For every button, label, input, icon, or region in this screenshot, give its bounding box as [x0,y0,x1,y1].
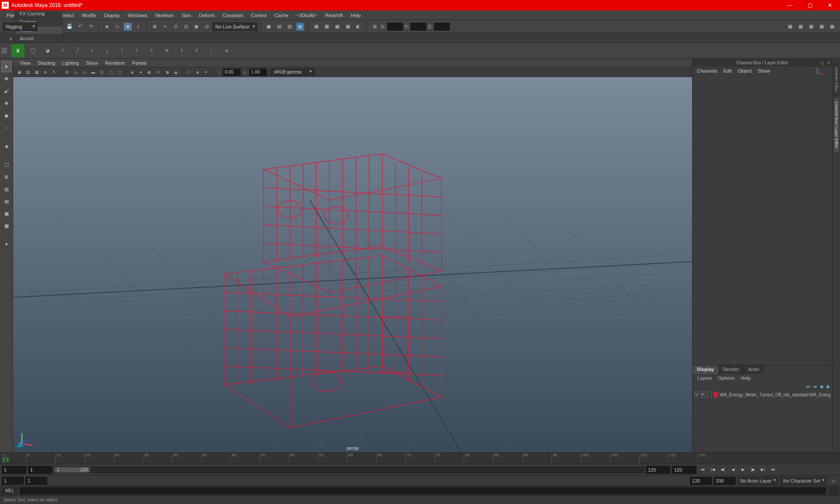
save-scene-icon[interactable]: 💾 [66,23,74,31]
pt-exposure-icon[interactable]: ☼ [215,69,222,76]
pt-textured-icon[interactable]: ◐ [146,69,153,76]
character-set-dropdown[interactable]: No Character Set▼ [780,477,827,485]
layout-single-icon[interactable]: ▢ [1,159,12,170]
end-frame-field[interactable] [690,477,712,485]
side-tab-attribute-editor[interactable]: Attribute Editor [834,63,839,96]
attribute-editor-toggle-icon[interactable]: ▦ [807,23,815,31]
xgen-tool-f-icon[interactable]: ≋ [160,44,173,57]
panel-menu-renderer[interactable]: Renderer [102,60,129,66]
snap-view-icon[interactable]: ◉ [192,23,200,31]
module-selector[interactable]: Rigging▼ [3,22,38,31]
layer-tab-render[interactable]: Render [719,365,744,374]
shelf-menu-icon[interactable]: ◂ [8,35,13,42]
menu-windows[interactable]: Windows [124,12,151,19]
pt-wireframe-icon[interactable]: ◈ [129,69,136,76]
go-end-button[interactable]: ⏭ [769,466,777,473]
snap-grid-icon[interactable]: ⊞ [150,23,158,31]
pt-ao-icon[interactable]: ◒ [172,69,179,76]
end-frame-field-2[interactable] [714,477,735,485]
ipr-icon[interactable]: ▦ [323,23,331,31]
render-seq-icon[interactable]: ◐ [354,23,362,31]
maximize-button[interactable]: ▢ [800,0,820,10]
minimize-button[interactable]: — [780,0,800,10]
autokey-icon[interactable]: ▭ [829,477,838,485]
shelf-tab-arnold[interactable]: Arnold [15,34,63,42]
layer-tab-display[interactable]: Display [693,365,719,374]
xgen-guide-icon[interactable]: ✧ [56,44,69,57]
range-slider[interactable]: 1 120 [54,467,644,473]
isolate-d-icon[interactable]: ▦ [296,23,304,31]
layer-move-up-icon[interactable]: ◂▪ [806,384,810,389]
layout-outliner-icon[interactable]: ▦ [1,220,12,231]
select-component-icon[interactable]: ◆ [124,23,132,31]
step-back-button[interactable]: ◀| [718,466,727,473]
pt-gate-mask-icon[interactable]: ▬ [90,69,97,76]
xyz-icon[interactable]: ⊞ [371,23,378,31]
step-fwd-button[interactable]: |▶ [749,466,757,473]
pt-colorspace-dropdown[interactable]: sRGB gamma ▼ [271,69,315,76]
snap-point-icon[interactable]: ⊙ [172,23,179,31]
xgen-tool-i-icon[interactable]: ⫶ [205,44,218,57]
cb-menu-edit[interactable]: Edit [721,68,734,74]
channel-box-toggle-icon[interactable]: ▦ [828,23,836,31]
menu-cache[interactable]: Cache [270,12,292,19]
z-field[interactable] [434,23,450,31]
hypershade-icon[interactable]: ▦ [797,23,805,31]
range-end-outer[interactable] [672,466,696,474]
layer-playback-toggle[interactable]: P [701,392,706,398]
isolate-c-icon[interactable]: ▥ [286,23,294,31]
menu-skin[interactable]: Skin [178,12,195,19]
isolate-a-icon[interactable]: ▣ [265,23,273,31]
current-frame-field[interactable] [2,477,24,485]
step-fwd-key-button[interactable]: ▶| [759,466,767,473]
isolate-b-icon[interactable]: ▤ [275,23,283,31]
go-start-button[interactable]: ⏮ [698,466,707,473]
range-thumb[interactable]: 1 120 [55,467,90,472]
x-field[interactable] [387,23,403,31]
pt-lights-icon[interactable]: ☀ [155,69,162,76]
panel-menu-show[interactable]: Show [83,60,102,66]
lasso-tool[interactable]: ✥ [1,73,12,84]
time-slider[interactable]: 1510152025303540455055606570758085909510… [0,452,840,464]
scale-tool[interactable]: ▫ [1,122,12,133]
paint-select-tool[interactable]: 🖌 [1,85,12,97]
layer-menu-options[interactable]: Options [715,375,738,381]
render-frame-icon[interactable]: ▦ [312,23,320,31]
xgen-create-icon[interactable]: ◯ [26,44,39,57]
command-input[interactable] [20,487,826,494]
xgen-tool-d-icon[interactable]: ⫲ [130,44,144,57]
y-field[interactable] [410,23,426,31]
xgen-tool-j-icon[interactable]: ⫷ [220,44,233,57]
panel-close-icon[interactable]: ✕ [826,60,831,65]
render-region-icon[interactable]: ▦ [333,23,341,31]
layer-display-type-toggle[interactable] [707,392,712,398]
layout-more-icon[interactable]: ▾ [1,238,12,250]
layout-four-icon[interactable]: ⊞ [1,171,12,182]
shelf-options-icon[interactable] [2,48,10,53]
maya-home-icon[interactable] [15,439,25,451]
modeling-toolkit-icon[interactable]: ▦ [786,23,794,31]
move-tool[interactable]: ✥ [1,98,12,109]
xgen-x-icon[interactable]: X [11,44,24,57]
viewport[interactable]: persp [13,77,692,452]
xgen-tool-b-icon[interactable]: ⫰ [101,44,114,57]
cb-menu-object[interactable]: Object [735,68,754,74]
tool-settings-toggle-icon[interactable]: ▦ [818,23,826,31]
pt-shaded-icon[interactable]: ● [137,69,144,76]
close-button[interactable]: ✕ [820,0,840,10]
pt-film-gate-icon[interactable]: ▭ [72,69,79,76]
xgen-sculpt-icon[interactable]: ╱ [71,44,84,57]
select-template-icon[interactable]: ◊ [134,23,142,31]
layer-new-selected-icon[interactable]: ◆ [826,384,830,389]
play-back-button[interactable]: ◀ [728,466,737,473]
pt-res-gate-icon[interactable]: ▭ [81,69,88,76]
pt-grid-icon[interactable]: ⊞ [63,69,70,76]
pt-image-plane-icon[interactable]: ▦ [33,69,40,76]
range-start-outer[interactable] [2,466,26,474]
xgen-tool-a-icon[interactable]: ⫯ [86,44,99,57]
layer-tab-anim[interactable]: Anim [744,365,764,374]
side-tab-channel-box-layer-editor[interactable]: Channel Box / Layer Editor [834,98,839,152]
pt-gamma-field[interactable] [249,69,267,76]
command-lang-toggle[interactable]: MEL [2,487,18,494]
select-object-icon[interactable]: ◇ [113,23,121,31]
